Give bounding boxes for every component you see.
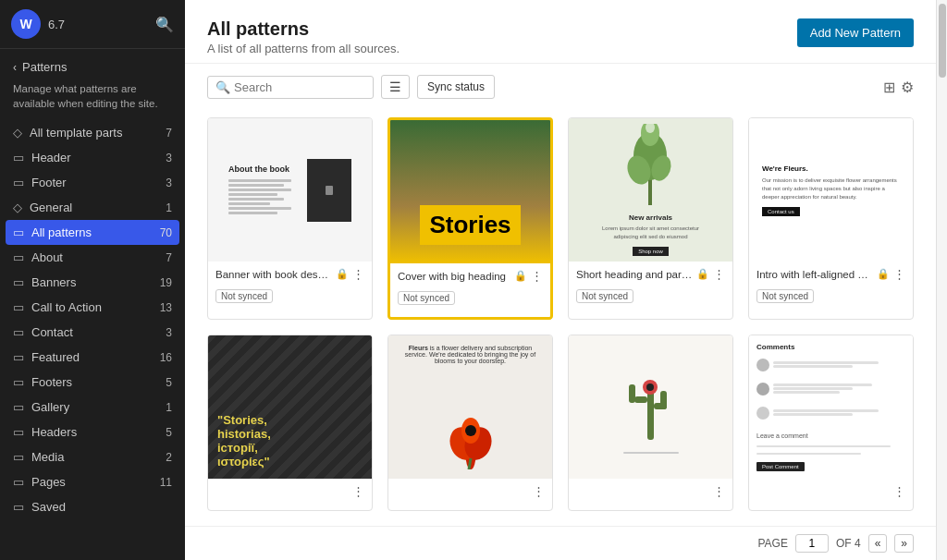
general-icon: ◇ [13,201,22,214]
nav-count: 7 [166,251,172,264]
page-title: All patterns [207,18,400,40]
pattern-grid: About the book [185,106,936,526]
svg-rect-13 [634,396,647,403]
gallery-icon: ▭ [13,400,24,414]
nav-count: 5 [166,376,172,389]
sidebar-item-all-patterns[interactable]: ▭ All patterns 70 [6,220,179,245]
app-version: 6.7 [48,18,65,31]
back-chevron-icon: ‹ [13,61,17,74]
nav-count: 70 [160,226,172,239]
nav-count: 1 [166,201,172,214]
sidebar-item-headers[interactable]: ▭ Headers 5 [0,420,185,444]
svg-rect-14 [629,384,635,403]
sidebar-item-gallery[interactable]: ▭ Gallery 1 [0,395,185,420]
main-content: All patterns A list of all patterns from… [185,0,936,560]
nav-count: 11 [160,476,172,489]
svg-point-10 [465,425,476,436]
pattern-footer-4: Intro with left-aligned descript 🔒 ⋮ [749,262,913,286]
pattern-thumb-6: Fleurs is a flower delivery and subscrip… [388,335,552,479]
more-options-icon-6[interactable]: ⋮ [533,484,545,498]
sidebar-item-banners[interactable]: ▭ Banners 19 [0,270,185,295]
sidebar-header: W 6.7 🔍 [0,0,185,49]
about-icon: ▭ [13,250,24,264]
main-header-left: All patterns A list of all patterns from… [207,18,400,55]
more-options-icon-2[interactable]: ⋮ [531,269,543,283]
more-options-icon-7[interactable]: ⋮ [713,484,725,498]
search-input[interactable] [234,80,365,94]
sidebar-item-pages[interactable]: ▭ Pages 11 [0,469,185,494]
sidebar-item-general[interactable]: ◇ General 1 [0,195,185,220]
nav-label: Featured [31,350,160,364]
nav-label: All patterns [31,225,160,239]
nav-label: Gallery [31,400,166,414]
pattern-card-1[interactable]: About the book [207,117,373,320]
saved-icon: ▭ [13,500,24,514]
filter-button[interactable]: ☰ [381,75,410,99]
pattern-thumb-7 [569,335,732,479]
sidebar-item-footer[interactable]: ▭ Footer 3 [0,170,185,195]
nav-count: 7 [166,127,172,140]
pattern-card-4[interactable]: We're Fleurs. Our mission is to deliver … [748,117,914,320]
next-page-button[interactable]: » [894,534,914,553]
featured-icon: ▭ [13,350,24,364]
add-new-pattern-button[interactable]: Add New Pattern [797,18,914,47]
more-options-icon-8[interactable]: ⋮ [893,484,905,498]
sync-badge-1: Not synced [215,289,273,303]
pattern-name-1: Banner with book description [215,269,332,280]
sidebar-nav: ◇ All template parts 7 ▭ Header 3 ▭ Foot… [0,120,185,560]
sidebar-item-contact[interactable]: ▭ Contact 3 [0,320,185,345]
more-options-icon-5[interactable]: ⋮ [352,484,364,498]
of-label: OF 4 [836,537,861,550]
pattern-thumb-5: "Stories,historias,історії,ιστορίες" [208,335,372,479]
toolbar: 🔍 ☰ Sync status ⊞ ⚙ [185,64,936,106]
sidebar-item-featured[interactable]: ▭ Featured 16 [0,345,185,370]
grid-view-icon[interactable]: ⊞ [883,79,895,96]
nav-label: Pages [31,475,160,489]
cta-icon: ▭ [13,300,24,314]
svg-point-18 [646,383,654,391]
svg-line-11 [469,458,471,469]
pattern-card-7[interactable]: ⋮ [568,335,733,511]
more-options-icon-3[interactable]: ⋮ [713,267,725,281]
lock-icon-4: 🔒 [877,268,890,280]
sidebar-item-header[interactable]: ▭ Header 3 [0,145,185,170]
pattern-card-2[interactable]: Stories Cover with big heading 🔒 ⋮ Not s… [387,117,553,320]
nav-label: Saved [31,500,172,514]
sidebar-item-footers[interactable]: ▭ Footers 5 [0,370,185,395]
nav-label: About [31,250,166,264]
scrollbar-thumb[interactable] [939,4,946,78]
pattern-card-6[interactable]: Fleurs is a flower delivery and subscrip… [387,335,553,511]
sync-badge-3: Not synced [576,289,633,303]
page-number-input[interactable] [795,534,829,553]
nav-count: 2 [166,451,172,464]
more-options-icon-4[interactable]: ⋮ [893,267,905,281]
settings-icon[interactable]: ⚙ [901,79,914,96]
sidebar-item-call-to-action[interactable]: ▭ Call to Action 13 [0,295,185,320]
first-page-button[interactable]: « [868,534,888,553]
toolbar-right: ⊞ ⚙ [883,79,914,96]
pattern-card-8[interactable]: Comments [748,335,914,511]
search-bar[interactable]: 🔍 [207,76,374,99]
nav-label: Call to Action [31,300,160,314]
sidebar-item-about[interactable]: ▭ About 7 [0,245,185,270]
page-label: PAGE [757,537,787,550]
sidebar-item-saved[interactable]: ▭ Saved [0,494,185,519]
scrollbar-track [936,0,947,560]
more-options-icon-1[interactable]: ⋮ [352,267,364,281]
pattern-footer-7: ⋮ [569,479,732,504]
lock-icon-3: 🔒 [696,268,709,280]
nav-label: General [30,201,166,214]
wp-logo[interactable]: W [11,9,41,39]
nav-label: Contact [31,325,166,339]
nav-count: 13 [160,301,172,314]
sidebar-item-all-template-parts[interactable]: ◇ All template parts 7 [0,120,185,145]
pattern-card-5[interactable]: "Stories,historias,історії,ιστορίες" ⋮ [207,335,373,511]
cover-big-heading-text: Stories [420,205,520,245]
sidebar-item-media[interactable]: ▭ Media 2 [0,444,185,469]
sidebar-back-button[interactable]: ‹ Patterns [0,49,185,78]
global-search-icon[interactable]: 🔍 [155,16,174,33]
nav-count: 19 [160,276,172,289]
pattern-card-3[interactable]: New arrivals Lorem ipsum dolor sit amet … [568,117,733,320]
svg-rect-12 [647,389,654,440]
sync-status-button[interactable]: Sync status [417,75,495,99]
